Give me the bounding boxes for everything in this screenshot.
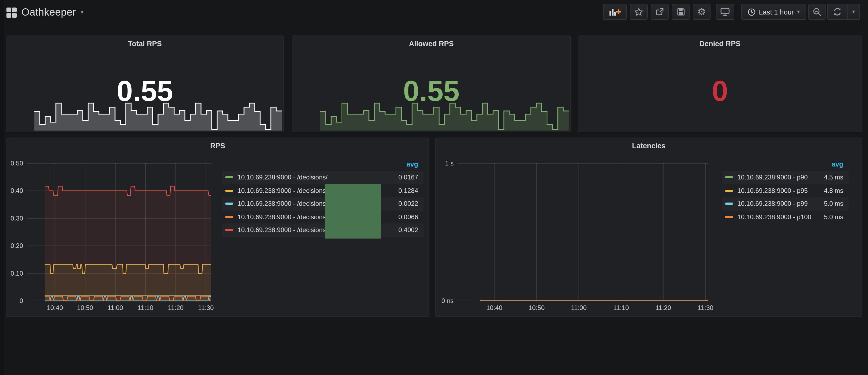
sidebar-edge <box>0 0 4 375</box>
gear-icon: ⚙ <box>698 7 706 17</box>
time-range-label: Last 1 hour <box>759 8 794 16</box>
legend-row[interactable]: 10.10.69.238:9000 - p954.8 ms <box>722 184 849 197</box>
svg-text:11:30: 11:30 <box>698 304 713 311</box>
tv-icon <box>720 7 730 16</box>
save-icon <box>676 7 685 16</box>
series-swatch-icon <box>725 216 733 218</box>
svg-text:0.10: 0.10 <box>10 270 23 277</box>
svg-text:11:00: 11:00 <box>107 304 123 311</box>
svg-text:11:20: 11:20 <box>655 304 671 311</box>
panel-total-rps: Total RPS 0.55 <box>6 35 284 132</box>
series-name[interactable]: 10.10.69.238:9000 - p90 <box>737 174 815 181</box>
refresh-button-group: ▾ <box>827 4 860 20</box>
legend-row[interactable]: 10.10.69.238:9000 - p1005.0 ms <box>722 210 849 223</box>
panel-denied-rps: Denied RPS 0 <box>578 35 862 132</box>
toolbar: ⚙ Last 1 hour ▾ <box>603 4 860 20</box>
series-swatch-icon <box>225 190 233 192</box>
svg-text:0.50: 0.50 <box>10 160 23 167</box>
add-panel-button[interactable] <box>603 4 627 20</box>
svg-text:10:40: 10:40 <box>47 304 63 311</box>
latencies-legend: avg10.10.69.238:9000 - p904.5 ms10.10.69… <box>722 161 849 223</box>
green-artifact-overlay <box>324 184 381 239</box>
svg-text:0 ns: 0 ns <box>441 297 454 304</box>
panel-title[interactable]: Denied RPS <box>578 40 862 48</box>
series-avg-value: 0.0022 <box>387 200 418 208</box>
legend-row[interactable]: 10.10.69.238:9000 - /decisions/0.1284 <box>222 184 424 197</box>
svg-text:11:30: 11:30 <box>198 304 214 311</box>
svg-text:0.40: 0.40 <box>10 187 23 194</box>
star-icon <box>634 7 643 16</box>
refresh-button[interactable] <box>828 4 847 19</box>
panel-allowed-rps: Allowed RPS 0.55 <box>292 35 571 132</box>
series-swatch-icon <box>225 177 233 179</box>
series-swatch-icon <box>725 177 733 179</box>
legend-avg-header: avg <box>722 161 849 171</box>
series-avg-value: 0.0167 <box>387 174 418 181</box>
tv-mode-button[interactable] <box>716 4 734 20</box>
series-avg-value: 5.0 ms <box>815 200 843 208</box>
series-name[interactable]: 10.10.69.238:9000 - p95 <box>737 187 815 194</box>
stat-sparkline <box>34 97 282 130</box>
legend-row[interactable]: 10.10.69.238:9000 - /decisions/0.0022 <box>222 197 424 210</box>
share-button[interactable] <box>651 4 669 20</box>
zoom-out-icon <box>812 7 822 17</box>
legend-row[interactable]: 10.10.69.238:9000 - p995.0 ms <box>722 197 849 210</box>
svg-text:11:00: 11:00 <box>571 304 587 311</box>
star-button[interactable] <box>630 4 648 20</box>
dashboard-title-button[interactable]: Oathkeeper ▾ <box>6 5 84 19</box>
series-swatch-icon <box>725 203 733 205</box>
share-icon <box>655 7 664 16</box>
add-panel-icon <box>609 7 621 17</box>
time-range-picker[interactable]: Last 1 hour ▾ <box>741 4 806 20</box>
series-swatch-icon <box>225 229 233 231</box>
stat-value: 0 <box>578 76 862 106</box>
rps-legend: avg10.10.69.238:9000 - /decisions/0.0167… <box>222 161 424 237</box>
series-avg-value: 0.1284 <box>387 187 418 194</box>
legend-row[interactable]: 10.10.69.238:9000 - /decisions/0.4002 <box>222 223 424 237</box>
refresh-icon <box>833 7 842 16</box>
panel-latencies-graph: Latencies 1 s0 ns10:4010:5011:0011:1011:… <box>435 137 862 317</box>
dashboard-title: Oathkeeper <box>22 6 76 18</box>
series-name[interactable]: 10.10.69.238:9000 - p100 <box>737 213 815 221</box>
series-avg-value: 0.0066 <box>387 213 418 221</box>
svg-text:10:40: 10:40 <box>486 304 502 311</box>
series-swatch-icon <box>225 216 233 218</box>
time-range-caret-icon: ▾ <box>797 9 800 14</box>
svg-text:1 s: 1 s <box>445 160 454 167</box>
refresh-interval-caret[interactable]: ▾ <box>847 4 859 19</box>
title-caret-icon: ▾ <box>81 10 84 15</box>
panel-title[interactable]: Allowed RPS <box>292 40 570 48</box>
svg-text:10:50: 10:50 <box>529 304 545 311</box>
legend-row[interactable]: 10.10.69.238:9000 - /decisions/0.0066 <box>222 210 424 223</box>
clock-icon <box>748 8 756 16</box>
series-avg-value: 5.0 ms <box>815 213 843 221</box>
save-button[interactable] <box>672 4 689 20</box>
settings-button[interactable]: ⚙ <box>693 4 711 20</box>
legend-avg-header: avg <box>222 161 424 171</box>
stat-sparkline <box>320 97 569 130</box>
zoom-out-button[interactable] <box>808 4 826 20</box>
panel-title[interactable]: Total RPS <box>6 40 283 48</box>
svg-text:0: 0 <box>20 297 23 304</box>
legend-row[interactable]: 10.10.69.238:9000 - /decisions/0.0167 <box>222 171 424 184</box>
legend-row[interactable]: 10.10.69.238:9000 - p904.5 ms <box>722 171 849 184</box>
series-avg-value: 4.5 ms <box>815 174 843 181</box>
dashboard-header: Oathkeeper ▾ <box>0 0 868 25</box>
svg-text:0.20: 0.20 <box>10 242 23 249</box>
svg-text:10:50: 10:50 <box>77 304 93 311</box>
svg-text:11:10: 11:10 <box>137 304 153 311</box>
dashboard-grid-icon <box>6 7 17 18</box>
series-avg-value: 4.8 ms <box>815 187 843 194</box>
series-name[interactable]: 10.10.69.238:9000 - /decisions/ <box>238 174 387 181</box>
caret-down-icon: ▾ <box>852 9 855 14</box>
svg-text:0.30: 0.30 <box>10 215 23 222</box>
series-avg-value: 0.4002 <box>387 226 418 234</box>
series-name[interactable]: 10.10.69.238:9000 - p99 <box>737 200 815 208</box>
series-swatch-icon <box>725 190 733 192</box>
svg-text:11:20: 11:20 <box>168 304 184 311</box>
grafana-dashboard: Oathkeeper ▾ <box>0 0 868 375</box>
svg-text:11:10: 11:10 <box>613 304 629 311</box>
series-swatch-icon <box>225 203 233 205</box>
